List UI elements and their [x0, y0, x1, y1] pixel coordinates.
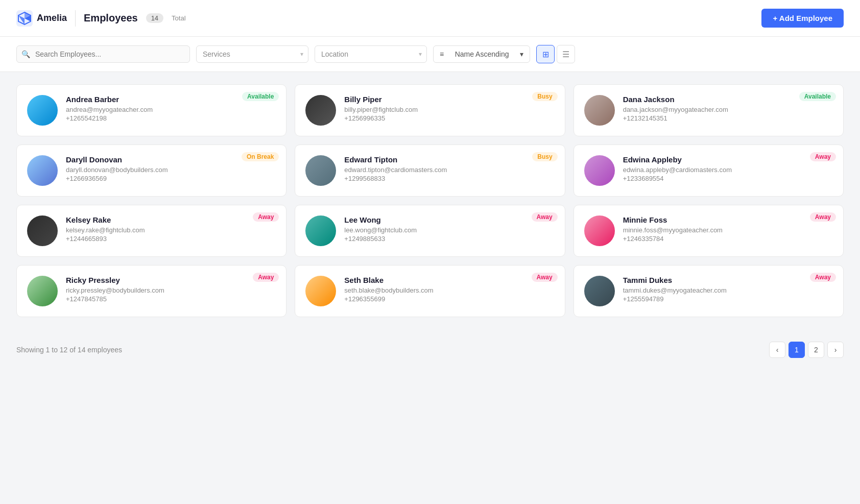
employee-email: daryll.donovan@bodybuilders.com: [66, 166, 276, 174]
employee-email: lee.wong@fightclub.com: [344, 226, 554, 234]
employee-card[interactable]: Andrea Barber andrea@myyogateacher.com +…: [16, 84, 286, 136]
page-1-button[interactable]: 1: [789, 342, 805, 358]
add-employee-button[interactable]: + Add Employee: [761, 9, 844, 28]
employee-name: Minnie Foss: [623, 215, 833, 224]
prev-page-button[interactable]: ‹: [769, 342, 785, 358]
employee-email: dana.jackson@myyogateacher.com: [623, 106, 833, 113]
status-badge: Busy: [532, 152, 557, 161]
avatar: [584, 95, 615, 126]
card-info: Seth Blake seth.blake@bodybuilders.com +…: [344, 276, 554, 303]
employee-name: Billy Piper: [344, 95, 554, 104]
logo-icon: [16, 10, 33, 27]
status-badge: On Break: [242, 152, 279, 161]
employee-card[interactable]: Kelsey Rake kelsey.rake@fightclub.com +1…: [16, 205, 286, 257]
employee-phone: +1233689554: [623, 175, 833, 182]
location-select-wrap: Location ▾: [315, 45, 427, 63]
sort-button[interactable]: ≡ Name Ascending ▾: [433, 45, 530, 63]
pagination: ‹12›: [769, 342, 844, 358]
employee-phone: +1244665893: [66, 235, 276, 243]
employee-phone: +1296355699: [344, 295, 554, 303]
header-divider: [75, 10, 76, 27]
avatar: [305, 95, 336, 126]
card-info: Kelsey Rake kelsey.rake@fightclub.com +1…: [66, 215, 276, 243]
employee-name: Edwina Appleby: [623, 155, 833, 164]
avatar: [305, 155, 336, 186]
status-badge: Away: [253, 273, 279, 282]
status-badge: Away: [532, 273, 558, 282]
employee-count-badge: 14: [146, 13, 163, 23]
employee-phone: +1265542198: [66, 114, 276, 122]
status-badge: Busy: [532, 92, 557, 101]
employee-name: Tammi Dukes: [623, 276, 833, 284]
status-badge: Available: [242, 92, 279, 101]
employee-email: edwina.appleby@cardiomasters.com: [623, 166, 833, 174]
employee-card[interactable]: Dana Jackson dana.jackson@myyogateacher.…: [574, 84, 844, 136]
logo-text: Amelia: [37, 13, 67, 23]
sort-arrow-icon: ▾: [520, 50, 523, 58]
services-select-wrap: Services ▾: [196, 45, 308, 63]
employee-card[interactable]: Ricky Pressley ricky.pressley@bodybuilde…: [16, 265, 286, 317]
employee-email: andrea@myyogateacher.com: [66, 106, 276, 113]
list-view-button[interactable]: ☰: [557, 45, 575, 63]
grid-view-button[interactable]: ⊞: [536, 45, 555, 63]
employee-name: Seth Blake: [344, 276, 554, 284]
employee-phone: +1249885633: [344, 235, 554, 243]
search-icon: 🔍: [21, 50, 30, 58]
avatar: [27, 155, 58, 186]
card-info: Ricky Pressley ricky.pressley@bodybuilde…: [66, 276, 276, 303]
employee-phone: +1256996335: [344, 114, 554, 122]
employee-name: Edward Tipton: [344, 155, 554, 164]
status-badge: Away: [810, 273, 836, 282]
employee-phone: +1266936569: [66, 175, 276, 182]
status-badge: Away: [532, 212, 558, 222]
services-select[interactable]: Services: [196, 45, 308, 63]
toolbar: 🔍 Services ▾ Location ▾ ≡ Name Ascending…: [0, 37, 860, 72]
status-badge: Available: [799, 92, 836, 101]
logo: Amelia: [16, 10, 67, 27]
header-left: Amelia Employees 14 Total: [16, 10, 186, 27]
page-2-button[interactable]: 2: [808, 342, 824, 358]
employee-email: tammi.dukes@myyogateacher.com: [623, 286, 833, 294]
avatar: [305, 276, 336, 306]
employee-card[interactable]: Edwina Appleby edwina.appleby@cardiomast…: [574, 145, 844, 197]
employee-name: Kelsey Rake: [66, 215, 276, 224]
avatar: [584, 276, 615, 306]
employee-email: billy.piper@fightclub.com: [344, 106, 554, 113]
card-info: Edward Tipton edward.tipton@cardiomaster…: [344, 155, 554, 182]
avatar: [584, 155, 615, 186]
avatar: [27, 215, 58, 246]
avatar: [305, 215, 336, 246]
next-page-button[interactable]: ›: [827, 342, 844, 358]
employee-phone: +12132145351: [623, 114, 833, 122]
employee-card[interactable]: Edward Tipton edward.tipton@cardiomaster…: [295, 145, 565, 197]
header: Amelia Employees 14 Total + Add Employee: [0, 0, 860, 37]
sort-icon: ≡: [440, 50, 444, 58]
search-input[interactable]: [16, 45, 190, 63]
employee-card[interactable]: Minnie Foss minnie.foss@myyogateacher.co…: [574, 205, 844, 257]
employee-email: kelsey.rake@fightclub.com: [66, 226, 276, 234]
location-select[interactable]: Location: [315, 45, 427, 63]
employee-name: Ricky Pressley: [66, 276, 276, 284]
card-info: Tammi Dukes tammi.dukes@myyogateacher.co…: [623, 276, 833, 303]
view-toggle: ⊞ ☰: [536, 45, 575, 63]
employee-card[interactable]: Daryll Donovan daryll.donovan@bodybuilde…: [16, 145, 286, 197]
showing-text: Showing 1 to 12 of 14 employees: [16, 346, 122, 354]
card-info: Edwina Appleby edwina.appleby@cardiomast…: [623, 155, 833, 182]
employee-phone: +1246335784: [623, 235, 833, 243]
search-wrap: 🔍: [16, 45, 190, 63]
sort-label: Name Ascending: [455, 50, 509, 58]
card-info: Minnie Foss minnie.foss@myyogateacher.co…: [623, 215, 833, 243]
employee-card[interactable]: Billy Piper billy.piper@fightclub.com +1…: [295, 84, 565, 136]
employee-email: edward.tipton@cardiomasters.com: [344, 166, 554, 174]
employee-card[interactable]: Tammi Dukes tammi.dukes@myyogateacher.co…: [574, 265, 844, 317]
avatar: [27, 276, 58, 306]
employee-card[interactable]: Lee Wong lee.wong@fightclub.com +1249885…: [295, 205, 565, 257]
employee-card[interactable]: Seth Blake seth.blake@bodybuilders.com +…: [295, 265, 565, 317]
page-title: Employees: [84, 12, 138, 24]
employee-grid-container: Andrea Barber andrea@myyogateacher.com +…: [0, 72, 860, 329]
employee-phone: +1255594789: [623, 295, 833, 303]
total-label: Total: [172, 14, 185, 22]
employee-name: Lee Wong: [344, 215, 554, 224]
card-info: Billy Piper billy.piper@fightclub.com +1…: [344, 95, 554, 122]
status-badge: Away: [810, 152, 836, 161]
